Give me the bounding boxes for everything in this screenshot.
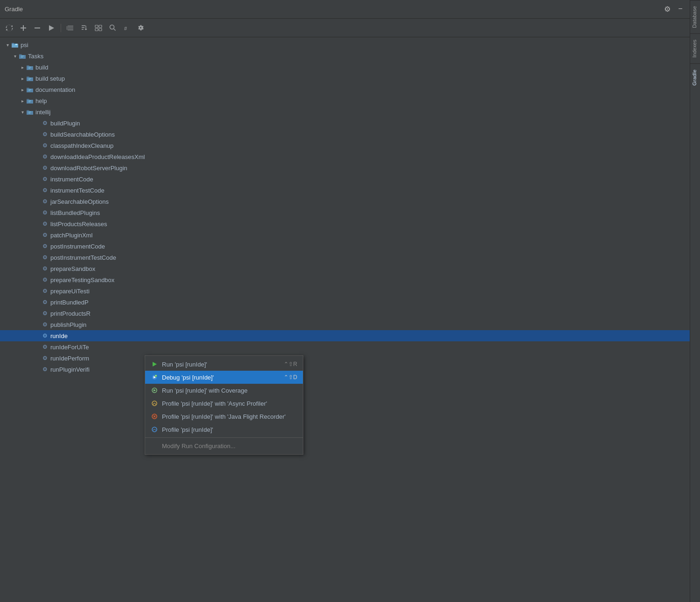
tree-item-build[interactable]: build	[0, 62, 690, 73]
wrench-button[interactable]	[135, 22, 146, 34]
tree-item-documentation[interactable]: documentation	[0, 84, 690, 95]
listBundledPlugins-label: listBundledPlugins	[50, 209, 100, 216]
tree-item-runIdePerform[interactable]: ⚙ runIdePerform	[0, 353, 690, 364]
tree-item-runIde[interactable]: ⚙ runIde	[0, 330, 690, 341]
gear-icon-patchPluginXml: ⚙	[41, 231, 49, 239]
svg-marker-0	[49, 25, 54, 31]
context-menu-modify[interactable]: Modify Run Configuration...	[145, 439, 303, 452]
coverage-icon	[151, 387, 158, 394]
gear-icon-runPluginVerifi: ⚙	[41, 366, 49, 373]
context-menu-profile[interactable]: Profile 'psi [runIde]'	[145, 423, 303, 436]
arrow-help[interactable]	[19, 97, 26, 104]
svg-point-9	[110, 25, 114, 29]
downloadIdeaProductReleasesXml-label: downloadIdeaProductReleasesXml	[50, 153, 145, 160]
runIdePerform-label: runIdePerform	[50, 355, 89, 362]
tree-item-prepareSandbox[interactable]: ⚙ prepareSandbox	[0, 263, 690, 274]
svg-rect-7	[95, 28, 98, 31]
tree-item-postInstrumentTestCode[interactable]: ⚙ postInstrumentTestCode	[0, 252, 690, 263]
tree-item-instrumentTestCode[interactable]: ⚙ instrumentTestCode	[0, 185, 690, 196]
svg-rect-6	[99, 25, 102, 28]
jarSearchableOptions-label: jarSearchableOptions	[50, 198, 109, 205]
sort-button[interactable]	[79, 22, 90, 34]
settings-button[interactable]: ⚙	[663, 5, 672, 14]
svg-text:D: D	[155, 374, 157, 377]
window-title: Gradle	[5, 6, 23, 13]
arrow-build[interactable]	[19, 63, 26, 71]
arrow-empty	[34, 119, 41, 127]
prepareUiTesti-label: prepareUiTesti	[50, 288, 90, 295]
tree-item-patchPluginXml[interactable]: ⚙ patchPluginXml	[0, 229, 690, 241]
context-menu-profile-jfr[interactable]: Profile 'psi [runIde]' with 'Java Flight…	[145, 410, 303, 423]
tree-item-tasks[interactable]: Tasks	[0, 50, 690, 62]
gear-icon-postInstrumentCode: ⚙	[41, 242, 49, 250]
tree-item-psi[interactable]: psi	[0, 39, 690, 50]
group-button[interactable]	[65, 22, 76, 34]
tree-item-printBundledP[interactable]: ⚙ printBundledP	[0, 297, 690, 308]
minimize-button[interactable]: −	[676, 5, 685, 14]
tree-item-listProductsReleases[interactable]: ⚙ listProductsReleases	[0, 218, 690, 229]
context-menu-debug[interactable]: D Debug 'psi [runIde]' ⌃⇧D	[145, 371, 303, 384]
sidebar-tab-indexes[interactable]: Indexes	[690, 34, 700, 63]
context-menu-coverage[interactable]: Run 'psi [runIde]' with Coverage	[145, 384, 303, 397]
run-button[interactable]	[46, 22, 57, 34]
prepareSandbox-label: prepareSandbox	[50, 265, 95, 272]
refresh-button[interactable]	[4, 22, 15, 34]
tree-item-intellij[interactable]: intellij	[0, 106, 690, 118]
tree-item-buildPlugin[interactable]: ⚙ buildPlugin	[0, 118, 690, 129]
arrow-documentation[interactable]	[19, 86, 26, 93]
remove-button[interactable]	[32, 22, 43, 34]
arrow-tasks[interactable]	[11, 52, 19, 60]
tree-item-jarSearchableOptions[interactable]: ⚙ jarSearchableOptions	[0, 196, 690, 207]
documentation-folder-icon	[26, 86, 34, 93]
tree-item-classpathIndexCleanup[interactable]: ⚙ classpathIndexCleanup	[0, 140, 690, 151]
runIde-label: runIde	[50, 332, 68, 339]
profile-blue-icon	[151, 426, 158, 433]
downloadRobotServerPlugin-label: downloadRobotServerPlugin	[50, 165, 127, 172]
svg-marker-19	[154, 389, 156, 392]
tree-item-help[interactable]: help	[0, 95, 690, 106]
filter-button[interactable]: #	[121, 22, 132, 34]
toolbar-sep-1	[61, 24, 61, 32]
tree-item-buildSearchableOptions[interactable]: ⚙ buildSearchableOptions	[0, 129, 690, 140]
modules-button[interactable]	[93, 22, 104, 34]
context-menu-profile-async[interactable]: Profile 'psi [runIde]' with 'Async Profi…	[145, 397, 303, 410]
postInstrumentTestCode-label: postInstrumentTestCode	[50, 254, 116, 261]
tree-item-printProductsR[interactable]: ⚙ printProductsR	[0, 308, 690, 319]
context-modify-label: Modify Run Configuration...	[162, 443, 297, 450]
add-button[interactable]	[18, 22, 29, 34]
arrow-build-setup[interactable]	[19, 75, 26, 82]
arrow-psi[interactable]	[4, 41, 11, 48]
right-sidebar: Database Indexes Gradle	[690, 0, 700, 602]
gear-icon-downloadRobot: ⚙	[41, 164, 49, 172]
tree-item-prepareUiTesti[interactable]: ⚙ prepareUiTesti	[0, 285, 690, 297]
context-menu-run[interactable]: Run 'psi [runIde]' ⌃⇧R	[145, 358, 303, 371]
gear-icon-prepareUiTesti: ⚙	[41, 287, 49, 295]
tree-item-listBundledPlugins[interactable]: ⚙ listBundledPlugins	[0, 207, 690, 218]
tree-item-build-setup[interactable]: build setup	[0, 73, 690, 84]
sidebar-tab-gradle[interactable]: Gradle	[690, 63, 700, 91]
tree-item-downloadRobotServerPlugin[interactable]: ⚙ downloadRobotServerPlugin	[0, 162, 690, 173]
tree-item-prepareTestingSandbox[interactable]: ⚙ prepareTestingSandbox	[0, 274, 690, 285]
svg-line-10	[113, 29, 115, 31]
gear-icon-postInstrumentTestCode: ⚙	[41, 254, 49, 261]
tree-item-runPluginVerifi[interactable]: ⚙ runPluginVerifi	[0, 364, 690, 375]
search-button[interactable]	[107, 22, 118, 34]
gear-icon-runIdePerform: ⚙	[41, 354, 49, 362]
tree-item-postInstrumentCode[interactable]: ⚙ postInstrumentCode	[0, 241, 690, 252]
tree-item-runIdeForUiTe[interactable]: ⚙ runIdeForUiTe	[0, 341, 690, 353]
tree-item-publishPlugin[interactable]: ⚙ publishPlugin	[0, 319, 690, 330]
gear-icon-downloadIdea: ⚙	[41, 153, 49, 160]
profile-async-icon	[151, 400, 158, 407]
gear-icon-prepareTestingSandbox: ⚙	[41, 276, 49, 284]
tree-area[interactable]: psi Tasks	[0, 37, 690, 602]
instrumentCode-label: instrumentCode	[50, 176, 93, 183]
toolbar: #	[0, 19, 690, 37]
gear-icon-runIde: ⚙	[41, 332, 49, 339]
psi-label: psi	[21, 42, 28, 48]
sidebar-tab-database[interactable]: Database	[690, 0, 700, 34]
tree-item-instrumentCode[interactable]: ⚙ instrumentCode	[0, 173, 690, 185]
arrow-intellij[interactable]	[19, 108, 26, 116]
play-icon	[151, 360, 158, 368]
tree-item-downloadIdeaProductReleasesXml[interactable]: ⚙ downloadIdeaProductReleasesXml	[0, 151, 690, 162]
tasks-label: Tasks	[28, 53, 43, 60]
